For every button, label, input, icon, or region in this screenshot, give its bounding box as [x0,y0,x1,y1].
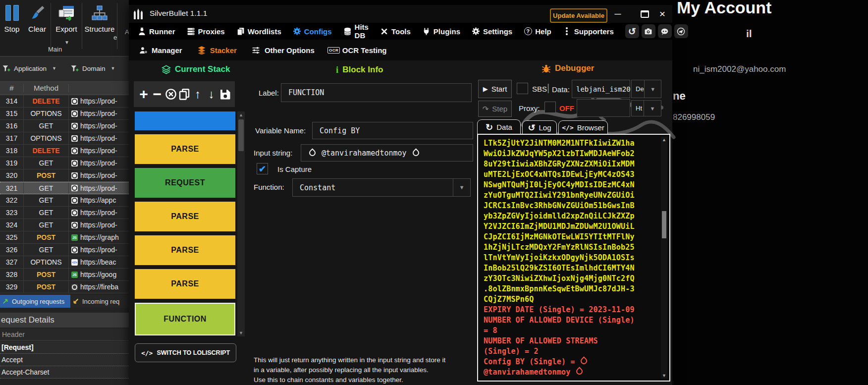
nav-item-label: Hits DB [355,23,369,40]
proxy-type-dropdown[interactable]: Ht ▼ [631,100,661,116]
titlebar[interactable]: SilverBullet 1.1.1 Update Available ─ × [129,5,672,23]
stack-scrollbar[interactable]: ▲ ▼ [237,111,245,336]
stack-block[interactable]: PARSE [135,235,235,265]
history-button[interactable]: ↺ [625,24,639,38]
output-line: lTnVtYmVyIjoiKzkxODgyNjk5ODA1OSIs [484,253,659,263]
telegram-button[interactable] [674,24,688,38]
nav-item-supporters[interactable]: Supporters [563,27,614,36]
stack-block-selected[interactable]: FUNCTION [135,303,235,335]
table-row[interactable]: 316GEThttps://prod- [0,120,129,132]
stack-arrow-up-button[interactable]: ↑ [192,86,204,103]
step-button[interactable]: ↷ Step [478,101,512,117]
debugger-output[interactable]: LTk5ZjUtY2JiNTM0M2M1NTFkIiwiZW1haWwiOiJk… [477,134,670,382]
nav-item-help[interactable]: ?Help [524,27,551,36]
table-row[interactable]: 319GEThttps://prod- [0,157,129,169]
stack-copy-button[interactable] [178,86,190,103]
table-row[interactable]: 318DELETEhttps://prod- [0,145,129,157]
subnav-item-ocr-testing[interactable]: OCROCR Testing [329,46,387,55]
nav-item-wordlists[interactable]: Wordlists [236,27,281,36]
nav-item-configs[interactable]: Configs [293,27,332,36]
discord-button[interactable] [658,24,672,38]
request-method: POST [23,281,69,293]
export-dropdown-caret[interactable]: ▼ [64,40,69,45]
is-capture-checkbox[interactable]: ✔ [257,163,268,174]
camera-button[interactable] [642,24,655,38]
table-row[interactable]: 324GEThttps://prod- [0,219,129,231]
details-row[interactable]: Accept [0,354,129,366]
table-row[interactable]: 326GEThttps://prod- [0,244,129,256]
nav-item-settings[interactable]: Settings [472,27,512,36]
scroll-down-icon[interactable]: ▼ [237,330,245,335]
minimize-button[interactable]: ─ [610,8,625,20]
table-row[interactable]: 317OPTIONShttps://prod- [0,132,129,145]
toolbar-button-clear[interactable]: Clear [24,0,51,56]
update-available-button[interactable]: Update Available [550,8,607,23]
input-string-input[interactable]: @tanvirahamedtonmoy [301,144,473,162]
tab-browser[interactable]: </> Browser [558,120,608,134]
maximize-button[interactable] [637,8,652,20]
filter-application[interactable]: Application▼ [2,64,56,73]
output-scrollbar[interactable]: ▲ ▼ [661,137,667,379]
table-row[interactable]: 322GEThttps://appc [0,194,129,207]
table-row[interactable]: 320POSThttps://prod- [0,169,129,182]
tab-incoming-req[interactable]: Incoming req [70,295,129,308]
scroll-thumb[interactable] [238,119,244,151]
table-row[interactable]: 325POSTJShttps://graph [0,231,129,244]
details-column-header[interactable]: Header [0,329,129,341]
stack-block[interactable]: PARSE [135,202,235,231]
switch-to-loliscript-button[interactable]: </> SWITCH TO LOLISCRIPT [135,343,236,362]
ribbon-toolbar: StopClearExportStructure [0,0,129,56]
column-header-method[interactable]: Method [23,84,69,92]
subnav-item-manager[interactable]: Manager [139,46,182,55]
close-button[interactable]: × [655,8,670,20]
table-row[interactable]: 323GEThttps://prod- [0,207,129,219]
subnav-item-other-options[interactable]: Other Options [252,46,315,55]
stack-minus-button[interactable]: − [151,86,163,103]
stack-block[interactable]: PARSE [135,134,235,164]
details-row[interactable]: Accept-Charset [0,366,129,379]
request-url-text: https://prod- [80,159,117,167]
label-input[interactable]: FUNCTION [281,83,472,102]
details-row[interactable]: [Request] [0,341,129,354]
stack-block[interactable]: REQUEST [135,168,235,198]
request-method: GET [23,120,69,132]
nav-item-hits-db[interactable]: Hits DB [343,23,369,40]
table-row-selected[interactable]: 321GEThttps://prod- [0,182,129,194]
scroll-thumb[interactable] [662,211,666,238]
data-type-dropdown[interactable]: De ▼ [631,80,661,98]
scroll-down-icon[interactable]: ▼ [661,373,667,378]
scroll-up-icon[interactable]: ▲ [237,112,245,117]
start-button[interactable]: ▶ Start [478,80,512,98]
tab-log[interactable]: ↺ Log [522,120,557,134]
function-dropdown[interactable]: Constant ▼ [292,178,471,197]
nav-item-runner[interactable]: Runner [138,27,175,36]
stack-plus-button[interactable]: + [138,86,150,103]
proxy-input[interactable] [577,99,630,117]
tab-data[interactable]: ↻ Data [477,119,521,134]
stack-save-button[interactable] [219,86,231,103]
sbs-checkbox[interactable] [517,83,528,94]
stack-circle-x-button[interactable] [165,86,177,103]
table-row[interactable]: 328POSTJShttps://goog [0,269,129,281]
table-row[interactable]: 329POSThttps://fireba [0,281,129,293]
nav-item-proxies[interactable]: Proxies [187,27,225,36]
scroll-up-icon[interactable]: ▲ [661,137,667,142]
table-row[interactable]: 315OPTIONShttps://prod- [0,108,129,120]
column-header-num[interactable]: # [0,84,23,92]
table-row[interactable]: 327OPTIONS</>https://beac [0,256,129,269]
proxy-checkbox[interactable] [544,102,556,113]
filter-domain[interactable]: Domain▼ [70,64,115,73]
variable-name-input[interactable]: Config BY [312,122,473,139]
stack-block[interactable] [135,111,235,130]
nav-item-tools[interactable]: Tools [380,27,411,36]
data-input[interactable]: lebjani_ism20 [572,80,630,98]
stack-arrow-down-button[interactable]: ↓ [206,86,217,103]
subnav-item-stacker[interactable]: Stacker [197,46,237,55]
toolbar-button-structure[interactable]: Structure [82,0,117,56]
request-url: https://prod- [69,108,129,119]
nav-item-plugins[interactable]: Plugins [422,27,460,36]
tab-outgoing-requests[interactable]: Outgoing requests [0,295,70,308]
toolbar-button-stop[interactable]: Stop [0,0,24,56]
table-row[interactable]: 314DELETEhttps://prod- [0,95,129,108]
stack-block[interactable]: PARSE [135,269,235,299]
